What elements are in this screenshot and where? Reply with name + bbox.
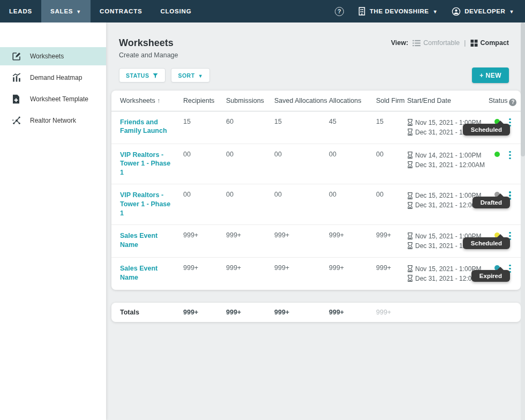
status-cell: Scheduled	[489, 111, 508, 139]
nav-item-sales[interactable]: SALES▼	[41, 0, 91, 22]
sidebar-item-label: Demand Heatmap	[30, 74, 82, 81]
status-filter-button[interactable]: STATUS	[119, 68, 166, 82]
submissions-value: 00	[226, 184, 274, 212]
allocations-value: 45	[329, 111, 376, 139]
row-menu-button[interactable]	[508, 144, 514, 171]
totals-label: Totals	[120, 303, 183, 322]
recipients-value: 15	[183, 111, 226, 139]
status-dot[interactable]	[494, 152, 500, 157]
kebab-menu-icon	[508, 150, 512, 165]
table-row: Friends and Family Launch1560154515Nov 1…	[111, 111, 521, 144]
column-header-start-end-date[interactable]: Start/End Date	[407, 91, 489, 109]
hourglass-icon	[407, 232, 413, 239]
table-body: Friends and Family Launch1560154515Nov 1…	[111, 111, 521, 290]
table-row: Sales Event Name999+999+999+999+999+Nov …	[111, 225, 521, 258]
submissions-value: 999+	[226, 225, 274, 252]
date-text: Nov 14, 2021 - 1:00PM	[415, 151, 481, 160]
sidebar-item-demand-heatmap[interactable]: Demand Heatmap	[0, 69, 106, 87]
worksheet-name-cell: Sales Event Name	[120, 225, 183, 256]
sidebar-item-label: Worksheet Template	[30, 95, 88, 103]
chevron-down-icon: ▼	[198, 73, 203, 79]
sold-firm-value: 999+	[376, 258, 407, 285]
column-header-sold-firm[interactable]: Sold Firm	[376, 91, 407, 109]
worksheet-name-cell: VIP Realtors - Tower 1 - Phase 1	[120, 184, 183, 224]
column-header-label: Submissions	[226, 97, 264, 104]
column-header-label: Sold Firm	[376, 97, 404, 104]
nav-item-label: CONTRACTS	[100, 8, 142, 14]
column-header-actions	[508, 91, 512, 102]
column-header-label: Recipients	[183, 97, 214, 104]
status-cell: Expired	[489, 258, 508, 285]
saved-allocations-value: 999+	[274, 225, 329, 252]
sort-button[interactable]: SORT ▼	[171, 68, 210, 82]
view-separator: |	[464, 39, 466, 47]
user-name: DEVELOPER	[464, 8, 505, 14]
column-header-saved-allocations[interactable]: Saved Allocations	[274, 91, 329, 109]
allocations-value: 00	[329, 184, 376, 212]
status-cell: Drafted	[489, 184, 508, 212]
chart-icon	[12, 73, 21, 82]
sidebar-item-worksheet-template[interactable]: Worksheet Template	[0, 90, 106, 108]
navbar-right: ? THE DEVONSHIRE ▼ DEVELOPER ▼	[335, 0, 525, 22]
recipients-value: 999+	[183, 258, 226, 285]
worksheet-name-link[interactable]: Sales Event Name	[120, 231, 181, 250]
column-header-recipients[interactable]: Recipients	[183, 91, 226, 109]
hourglass-icon	[407, 265, 413, 272]
sort-asc-icon: ↑	[155, 97, 160, 104]
filter-icon	[152, 72, 159, 79]
project-menu[interactable]: THE DEVONSHIRE ▼	[358, 7, 438, 16]
worksheet-name-link[interactable]: Sales Event Name	[120, 264, 181, 282]
user-menu[interactable]: DEVELOPER ▼	[452, 7, 514, 16]
column-header-allocations[interactable]: Allocations	[329, 91, 376, 109]
recipients-value: 00	[183, 184, 226, 212]
hourglass-icon	[407, 129, 413, 136]
totals-value: 999+	[274, 303, 329, 322]
nav-item-closing[interactable]: CLOSING	[151, 0, 200, 22]
worksheet-name-cell: Sales Event Name	[120, 258, 183, 289]
sold-firm-value: 00	[376, 144, 407, 171]
totals-value: 999+	[226, 303, 274, 322]
view-toggle: View: Comfortable|Compact	[391, 39, 509, 47]
view-label: View:	[391, 39, 408, 47]
status-cell: Scheduled	[489, 225, 508, 252]
hourglass-icon	[407, 192, 413, 199]
list-icon	[412, 40, 421, 47]
column-header-worksheets[interactable]: Worksheets ↑	[120, 91, 183, 109]
document-add-icon	[12, 94, 21, 104]
nav-item-contracts[interactable]: CONTRACTS	[91, 0, 151, 22]
view-option-compact[interactable]: Compact	[470, 39, 509, 47]
primary-nav: LEADSSALES▼CONTRACTSCLOSING	[0, 0, 200, 22]
column-header-submissions[interactable]: Submissions	[226, 91, 274, 109]
worksheet-name-link[interactable]: VIP Realtors - Tower 1 - Phase 1	[120, 191, 181, 218]
totals-value: 999+	[183, 303, 226, 322]
worksheet-name-link[interactable]: VIP Realtors - Tower 1 - Phase 1	[120, 151, 181, 178]
new-worksheet-button[interactable]: + NEW	[472, 68, 509, 83]
sidebar-item-worksheets[interactable]: Worksheets	[0, 47, 106, 65]
hourglass-icon	[407, 119, 413, 126]
user-icon	[452, 7, 461, 16]
hourglass-icon	[407, 242, 413, 249]
worksheet-name-cell: Friends and Family Launch	[120, 111, 183, 142]
sidebar-item-realtor-network[interactable]: Realtor Network	[0, 111, 106, 130]
nav-item-label: LEADS	[9, 8, 32, 14]
building-icon	[358, 7, 366, 16]
main-content: Worksheets Create and Manage View: Comfo…	[106, 22, 525, 420]
status-tooltip: Scheduled	[463, 124, 510, 136]
edit-icon	[12, 51, 21, 61]
page-subtitle: Create and Manage	[119, 51, 178, 59]
submissions-value: 60	[226, 111, 274, 139]
nav-item-leads[interactable]: LEADS	[0, 0, 41, 22]
scrollbar-thumb[interactable]	[521, 22, 525, 156]
hourglass-icon	[407, 275, 413, 282]
help-icon[interactable]: ?	[335, 7, 344, 16]
worksheet-name-link[interactable]: Friends and Family Launch	[120, 118, 181, 136]
totals-value: 999+	[376, 303, 407, 322]
column-header-label: Start/End Date	[407, 97, 451, 104]
view-option-comfortable[interactable]: Comfortable	[412, 39, 460, 47]
column-header-status[interactable]: Status?	[489, 91, 508, 111]
allocations-value: 999+	[329, 258, 376, 285]
saved-allocations-value: 999+	[274, 258, 329, 285]
chevron-down-icon: ▼	[76, 9, 81, 14]
scrollbar-track[interactable]	[521, 22, 525, 420]
column-header-label: Status	[489, 97, 507, 104]
